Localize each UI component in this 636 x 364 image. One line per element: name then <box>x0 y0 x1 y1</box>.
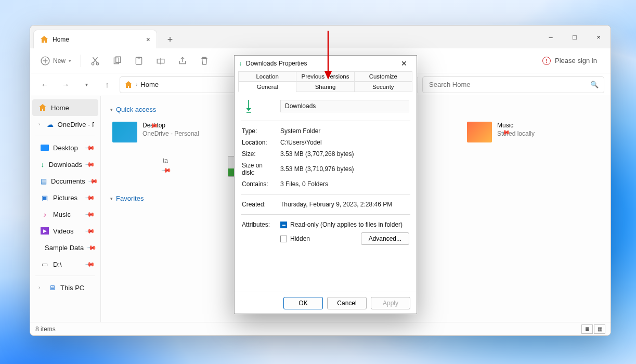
sidebar-item-onedrive[interactable]: › ☁ OneDrive - Pers <box>32 116 98 133</box>
forward-button[interactable]: → <box>57 76 74 93</box>
search-input[interactable] <box>428 80 590 89</box>
sidebar-item-videos[interactable]: ▶Videos📌 <box>32 223 98 239</box>
rename-button[interactable] <box>151 52 171 70</box>
pin-icon: 📌 <box>85 226 96 237</box>
section-title: Quick access <box>116 106 156 113</box>
pictures-icon: ▣ <box>41 193 49 202</box>
tab-home[interactable]: Home × <box>33 30 157 48</box>
delete-button[interactable] <box>194 52 214 70</box>
value-size-on-disk: 3.53 MB (3,710,976 bytes) <box>280 165 354 173</box>
checkbox-hidden[interactable] <box>280 236 287 242</box>
search-icon: 🔍 <box>590 81 599 88</box>
tab-location[interactable]: Location <box>238 71 296 82</box>
new-tab-button[interactable]: + <box>161 31 179 48</box>
sidebar-item-documents[interactable]: ▤Documents📌 <box>32 173 98 189</box>
sidebar-item-sampledata[interactable]: Sample Data📌 <box>32 239 98 256</box>
dialog-tabs-back: Location Previous Versions Customize <box>239 71 412 82</box>
sidebar-item-label: Pictures <box>53 194 77 202</box>
label-location: Location: <box>242 139 275 146</box>
separator <box>35 136 95 136</box>
sidebar-item-label: Videos <box>53 227 74 235</box>
sidebar-item-label: Documents <box>51 177 85 185</box>
tab-previous-versions[interactable]: Previous Versions <box>296 71 354 82</box>
sidebar-item-desktop[interactable]: Desktop📌 <box>32 139 98 156</box>
pin-icon: 📌 <box>85 259 96 270</box>
new-button[interactable]: New ▾ <box>35 52 76 70</box>
dialog-footer: OK Cancel Apply <box>235 292 417 314</box>
home-icon <box>40 35 48 44</box>
tab-close-icon[interactable]: × <box>146 35 150 44</box>
share-button[interactable] <box>173 52 192 70</box>
checkbox-readonly[interactable] <box>280 222 287 228</box>
hidden-checkbox-row[interactable]: Hidden <box>280 235 310 242</box>
copy-button[interactable] <box>107 52 127 70</box>
sidebar-item-downloads[interactable]: ↓Downloads📌 <box>32 156 98 173</box>
tab-customize[interactable]: Customize <box>354 71 412 82</box>
ok-button[interactable]: OK <box>283 297 323 309</box>
dialog-titlebar: ↓ Downloads Properties ✕ <box>235 56 417 71</box>
readonly-checkbox-row[interactable]: Read-only (Only applies to files in fold… <box>280 221 409 228</box>
up-button[interactable]: ↑ <box>99 76 115 93</box>
sidebar-item-label: Desktop <box>53 144 78 152</box>
pin-icon: 📌 <box>85 192 96 203</box>
sidebar-item-label: D:\ <box>53 261 62 268</box>
chevron-right-icon: › <box>136 82 137 87</box>
pin-icon: 📌 <box>85 209 96 220</box>
sidebar-item-pictures[interactable]: ▣Pictures📌 <box>32 189 98 206</box>
cancel-button[interactable]: Cancel <box>327 297 367 309</box>
maximize-button[interactable]: □ <box>563 25 587 48</box>
dialog-close-button[interactable]: ✕ <box>396 57 412 70</box>
folder-name-field[interactable]: Downloads <box>280 100 409 112</box>
trash-icon <box>200 56 209 66</box>
chevron-down-icon: ▾ <box>69 58 71 63</box>
cut-button[interactable] <box>85 52 105 70</box>
tile-obscured-2[interactable]: ta📌 <box>110 154 173 183</box>
status-bar: 8 items ≣ ▦ <box>30 322 611 335</box>
icons-view-button[interactable]: ▦ <box>594 324 605 334</box>
separator <box>241 121 410 121</box>
tile-desktop[interactable]: DesktopOneDrive - Personal📌 <box>110 120 225 149</box>
tab-general[interactable]: General <box>238 82 296 92</box>
tab-title: Home <box>53 36 142 43</box>
label-size: Size: <box>242 150 275 158</box>
close-window-button[interactable]: × <box>587 25 611 48</box>
paste-icon <box>134 56 144 66</box>
copy-icon <box>112 56 122 66</box>
tab-security[interactable]: Security <box>354 82 412 92</box>
sidebar-item-home[interactable]: Home <box>32 99 98 116</box>
svg-rect-6 <box>138 57 140 58</box>
window-controls: – □ × <box>539 25 611 48</box>
sidebar-item-drive-d[interactable]: ▭D:\📌 <box>32 256 98 272</box>
separator <box>35 276 95 276</box>
readonly-label: Read-only (Only applies to files in fold… <box>290 221 403 228</box>
paste-button[interactable] <box>129 52 149 70</box>
sidebar-item-label: Home <box>51 104 69 112</box>
search-box[interactable]: 🔍 <box>422 76 604 93</box>
cloud-icon: ☁ <box>47 120 54 128</box>
chevron-right-icon[interactable]: › <box>38 122 43 127</box>
music-folder-icon <box>467 122 492 142</box>
minimize-button[interactable]: – <box>539 25 563 48</box>
tile-name: Music <box>497 122 535 129</box>
tab-sharing[interactable]: Sharing <box>296 82 354 92</box>
sidebar-item-music[interactable]: ♪Music📌 <box>32 206 98 223</box>
pin-icon: 📌 <box>86 242 97 253</box>
sidebar-item-thispc[interactable]: › 🖥 This PC <box>32 279 98 296</box>
download-icon: ↓ <box>41 160 45 168</box>
tile-music[interactable]: MusicStored locally📌 <box>465 120 579 149</box>
sidebar-item-label: Music <box>53 211 71 218</box>
label-created: Created: <box>242 201 275 208</box>
chevron-down-icon: ▾ <box>110 196 113 201</box>
advanced-button[interactable]: Advanced... <box>361 232 409 245</box>
recent-dropdown[interactable]: ▾ <box>78 76 95 93</box>
chevron-right-icon[interactable]: › <box>38 285 44 290</box>
label-contains: Contains: <box>242 180 275 188</box>
home-icon <box>38 103 47 112</box>
home-icon <box>124 81 133 89</box>
cut-icon <box>90 56 100 66</box>
details-view-button[interactable]: ≣ <box>581 324 593 334</box>
dialog-tabs-front: General Sharing Security <box>239 82 412 92</box>
sign-in-prompt[interactable]: ! Please sign in <box>534 57 605 65</box>
hidden-label: Hidden <box>290 235 310 242</box>
back-button[interactable]: ← <box>36 76 53 93</box>
